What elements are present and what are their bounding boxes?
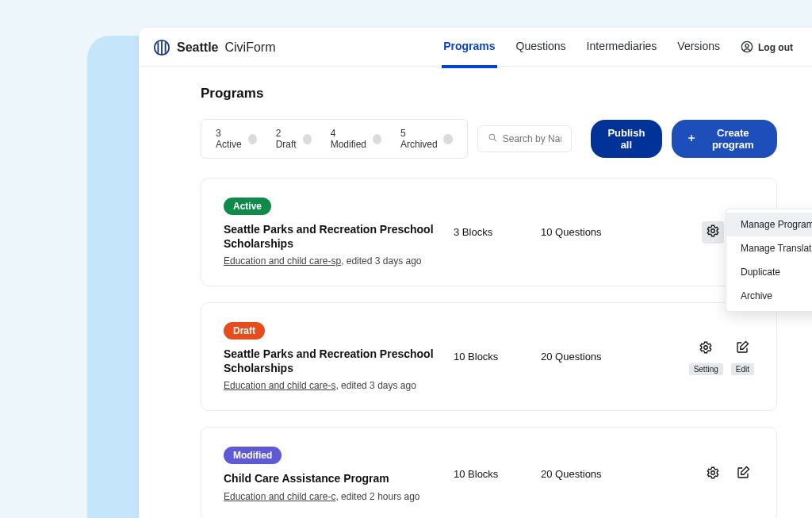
edit-icon — [735, 340, 749, 358]
info-dot-icon — [443, 134, 452, 144]
program-category-link[interactable]: Education and child care-s — [224, 380, 335, 391]
questions-count: 10 Questions — [541, 226, 628, 238]
filter-archived[interactable]: 5 Archived — [400, 128, 453, 150]
svg-line-4 — [494, 139, 496, 141]
controls-row: 3 Active 2 Draft 4 Modified 5 Archived — [201, 119, 777, 159]
program-card: Modified Child Care Assistance Program E… — [201, 427, 777, 518]
menu-manage-translations[interactable]: Manage Translations — [726, 236, 812, 260]
status-badge: Draft — [224, 322, 265, 340]
search-input[interactable] — [503, 133, 562, 144]
program-title: Seattle Parks and Recreation Preschool S… — [224, 223, 454, 251]
edit-button[interactable] — [731, 338, 753, 360]
gear-icon — [706, 466, 720, 483]
nav-programs[interactable]: Programs — [443, 40, 495, 56]
settings-label: Setting — [689, 363, 723, 375]
info-dot-icon — [248, 134, 257, 144]
gear-icon — [706, 224, 720, 241]
info-dot-icon — [373, 134, 381, 144]
filter-bar: 3 Active 2 Draft 4 Modified 5 Archived — [201, 119, 468, 159]
plus-icon — [686, 132, 697, 146]
settings-button[interactable] — [702, 221, 724, 244]
menu-archive[interactable]: Archive — [726, 284, 812, 308]
svg-point-9 — [711, 471, 715, 475]
brand-product: CiviForm — [224, 40, 275, 55]
titlebar: Seattle CiviForm Programs Questions Inte… — [139, 28, 812, 67]
program-title: Seattle Parks and Recreation Preschool S… — [224, 347, 454, 375]
program-card: Active Seattle Parks and Recreation Pres… — [201, 178, 777, 286]
status-badge: Active — [224, 198, 271, 215]
create-program-button[interactable]: Create program — [672, 120, 777, 158]
svg-point-7 — [711, 228, 715, 232]
brand-city: Seattle — [177, 40, 218, 55]
filter-draft[interactable]: 2 Draft — [276, 128, 312, 150]
filter-archived-label: 5 Archived — [400, 128, 439, 150]
create-program-label: Create program — [703, 127, 763, 151]
program-card: Draft Seattle Parks and Recreation Presc… — [201, 302, 777, 411]
menu-manage-admins[interactable]: Manage Program Admins — [726, 213, 812, 236]
status-badge: Modified — [224, 447, 282, 464]
nav-intermediaries[interactable]: Intermediaries — [587, 40, 657, 56]
program-edited: , edited 2 hours ago — [335, 491, 419, 502]
menu-duplicate[interactable]: Duplicate — [726, 260, 812, 284]
svg-point-8 — [704, 346, 708, 350]
app-window: Seattle CiviForm Programs Questions Inte… — [139, 28, 812, 518]
program-edited: , edited 3 days ago — [341, 255, 421, 267]
logout-link[interactable]: Log out — [741, 40, 793, 56]
user-circle-icon — [741, 40, 753, 56]
svg-point-3 — [489, 134, 495, 140]
city-logo-icon — [153, 39, 170, 56]
gear-icon — [699, 340, 713, 358]
program-meta: Education and child care-c, edited 2 hou… — [224, 491, 454, 502]
program-meta: Education and child care-sp, edited 3 da… — [224, 255, 454, 267]
nav-questions[interactable]: Questions — [516, 40, 566, 56]
blocks-count: 10 Blocks — [454, 468, 541, 480]
program-title: Child Care Assistance Program — [224, 472, 454, 486]
publish-all-label: Publish all — [605, 127, 647, 151]
settings-dropdown: Manage Program Admins Manage Translation… — [726, 209, 812, 312]
settings-button[interactable] — [695, 338, 717, 360]
filter-draft-label: 2 Draft — [276, 128, 299, 150]
page-title: Programs — [201, 86, 777, 102]
nav-versions[interactable]: Versions — [677, 40, 720, 56]
filter-active-label: 3 Active — [216, 128, 243, 150]
program-edited: , edited 3 days ago — [335, 380, 416, 391]
search-box[interactable] — [477, 125, 573, 152]
filter-active[interactable]: 3 Active — [216, 128, 257, 150]
filter-modified-label: 4 Modified — [331, 128, 368, 150]
edit-label: Edit — [731, 363, 754, 375]
program-category-link[interactable]: Education and child care-c — [224, 491, 335, 502]
edit-button[interactable] — [732, 463, 754, 485]
settings-button[interactable] — [702, 463, 724, 485]
edit-icon — [736, 466, 750, 483]
blocks-count: 10 Blocks — [454, 351, 541, 363]
program-category-link[interactable]: Education and child care-sp — [224, 255, 341, 267]
program-meta: Education and child care-s, edited 3 day… — [224, 380, 454, 391]
content-area: Programs 3 Active 2 Draft 4 Modified 5 A… — [139, 67, 812, 518]
questions-count: 20 Questions — [541, 351, 628, 363]
brand: Seattle CiviForm — [153, 39, 275, 56]
svg-point-2 — [745, 44, 749, 47]
logout-label: Log out — [758, 42, 793, 53]
blocks-count: 3 Blocks — [454, 226, 541, 238]
search-icon — [488, 132, 498, 145]
publish-all-button[interactable]: Publish all — [591, 120, 661, 158]
info-dot-icon — [303, 134, 311, 144]
main-nav: Programs Questions Intermediaries Versio… — [443, 40, 793, 56]
questions-count: 20 Questions — [541, 468, 628, 480]
filter-modified[interactable]: 4 Modified — [331, 128, 381, 150]
